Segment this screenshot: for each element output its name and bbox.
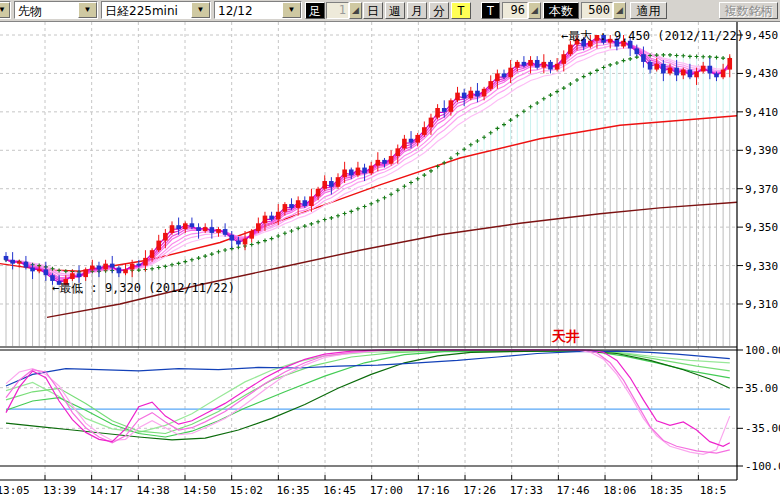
ma-ribbon (6, 37, 730, 282)
oscillator-lines (6, 350, 730, 454)
date-select[interactable]: 12/12 ▼ (214, 1, 302, 19)
ashi-toggle-button[interactable]: 足 (305, 2, 325, 19)
toolbar: ▼ 先物 ▼ 日経225mini ▼ 12/12 ▼ 足 1 ◢ 日 週 月 分… (0, 0, 780, 22)
rci-green-3 (6, 351, 730, 437)
time-axis-label: 14:38 (136, 484, 169, 497)
spinner-icon[interactable]: ◢ (349, 2, 362, 19)
price-axis-label: 9,370 (745, 183, 778, 196)
price-axis-label: 9,350 (745, 221, 778, 234)
oscillator-axis: 100.0035.00-35.00-100.00 (737, 344, 780, 473)
time-axis-label: 16:35 (276, 484, 309, 497)
time-axis-label: 17:00 (370, 484, 403, 497)
category-select[interactable]: 先物 ▼ (14, 1, 98, 19)
time-axis: 13:0513:3914:1714:3814:5015:0216:3516:45… (0, 475, 726, 497)
time-axis-label: 18:06 (603, 484, 636, 497)
spinner-icon[interactable]: ◢ (613, 2, 626, 19)
time-axis-label: 18:5 (700, 484, 727, 497)
apply-button[interactable]: 適用 (630, 2, 667, 19)
time-axis-label: 17:33 (510, 484, 543, 497)
date-value: 12/12 (215, 2, 282, 18)
candles (4, 35, 732, 285)
time-axis-label: 16:45 (323, 484, 356, 497)
symbol-value: 日経225mini (102, 2, 191, 18)
ceiling-annotation: 天井 (552, 328, 580, 346)
clipped-combo[interactable]: ▼ (0, 1, 11, 19)
rci-green-dark (6, 351, 730, 440)
price-axis-label: 9,310 (745, 298, 778, 311)
oscillator-axis-label: 100.00 (745, 344, 780, 357)
min-price-annotation: ←最低 : 9,320 (2012/11/22) (52, 280, 235, 297)
time-axis-label: 17:26 (463, 484, 496, 497)
spinner-icon[interactable]: ◢ (528, 2, 541, 19)
oscillator-axis-label: 35.00 (745, 382, 778, 395)
t-mode-button[interactable]: T (481, 2, 500, 19)
time-axis-label: 17:16 (416, 484, 449, 497)
time-axis-label: 18:35 (650, 484, 683, 497)
honsu-button[interactable]: 本数 (543, 2, 579, 19)
rci-magenta (6, 350, 730, 446)
time-axis-label: 13:05 (0, 484, 30, 497)
price-axis-label: 9,430 (745, 67, 778, 80)
total-bars-input[interactable]: 500 (581, 2, 613, 19)
price-axis-label: 9,410 (745, 106, 778, 119)
green-sma-markers (4, 53, 732, 274)
time-axis-label: 14:17 (90, 484, 123, 497)
dropdown-arrow-icon[interactable]: ▼ (282, 2, 301, 18)
time-axis-label: 13:39 (43, 484, 76, 497)
chart-canvas: 9,4509,4309,4109,3909,3709,3509,3309,310… (0, 0, 780, 500)
category-value: 先物 (15, 2, 78, 18)
rci-green-1 (6, 351, 730, 433)
max-price-annotation: ←最大 : 9,450 (2012/11/22) (561, 28, 744, 45)
panel-borders (0, 21, 737, 480)
time-axis-label: 17:46 (556, 484, 589, 497)
price-axis-label: 9,330 (745, 260, 778, 273)
price-axis-label: 9,390 (745, 144, 778, 157)
oscillator-axis-label: -35.00 (745, 422, 780, 435)
oscillator-axis-label: -100.00 (745, 460, 780, 473)
time-axis-label: 15:02 (230, 484, 263, 497)
period-tick-button[interactable]: T (451, 2, 471, 19)
symbol-select[interactable]: 日経225mini ▼ (101, 1, 211, 19)
multi-symbol-button: 複数銘柄 (719, 2, 778, 19)
chart-application-window: ▼ 先物 ▼ 日経225mini ▼ 12/12 ▼ 足 1 ◢ 日 週 月 分… (0, 0, 780, 500)
period-minute-button[interactable]: 分 (429, 2, 449, 19)
hatch-lines (6, 55, 730, 346)
time-axis-label: 14:50 (183, 484, 216, 497)
dropdown-arrow-icon[interactable]: ▼ (78, 2, 97, 18)
period-day-button[interactable]: 日 (363, 2, 383, 19)
interval-input[interactable]: 1 (326, 2, 349, 19)
price-axis-label: 9,450 (745, 29, 778, 42)
bars-count-input[interactable]: 96 (502, 2, 528, 19)
dropdown-arrow-icon[interactable]: ▼ (0, 2, 10, 18)
rci-green-2 (6, 351, 730, 434)
price-axis: 9,4509,4309,4109,3909,3709,3509,3309,310 (737, 29, 778, 311)
period-week-button[interactable]: 週 (385, 2, 405, 19)
period-month-button[interactable]: 月 (407, 2, 427, 19)
dropdown-arrow-icon[interactable]: ▼ (191, 2, 210, 18)
